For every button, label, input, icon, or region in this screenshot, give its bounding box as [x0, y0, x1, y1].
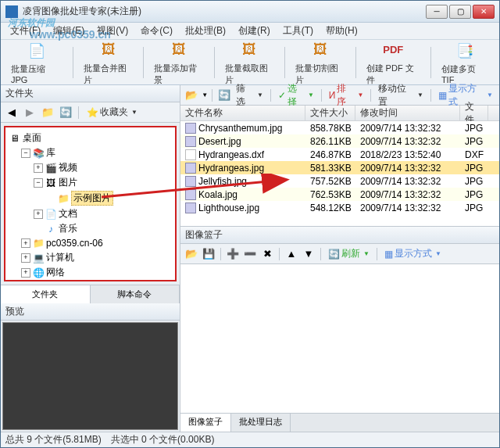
refresh-icon[interactable]: 🔄	[58, 105, 73, 120]
app-icon	[5, 5, 18, 18]
file-icon	[185, 123, 196, 134]
video-icon: 🎬	[45, 162, 57, 174]
back-icon[interactable]: ◀	[4, 105, 20, 120]
tab-folders[interactable]: 文件夹	[1, 285, 91, 303]
expand-icon[interactable]: +	[21, 268, 30, 278]
right-pane: 📂▼ 🔄 筛选▼ ✓选择▼ И排序▼ 移动位置▼ ▦显示方式▼ 文件名称 文件大…	[180, 85, 499, 432]
compress-icon: 📄	[26, 40, 48, 62]
bg-icon: 🖼	[168, 39, 190, 61]
table-row[interactable]: Hydrangeas.jpg581.33KB2009/7/14 13:32:32…	[180, 161, 499, 174]
tab-basket[interactable]: 图像篮子	[180, 414, 231, 432]
refresh-list-icon[interactable]: 🔄	[216, 88, 231, 103]
table-row[interactable]: Desert.jpg826.11KB2009/7/14 13:32:32JPG	[180, 134, 499, 148]
left-pane: 文件夹 ◀ ▶ 📁 🔄 ⭐收藏夹▼ 🖥桌面 −📚库 +🎬视频 −🖼图片	[1, 85, 180, 432]
table-row[interactable]: Hydrangeas.dxf246.87KB2018/2/23 13:52:40…	[180, 148, 499, 161]
minimize-button[interactable]: ─	[426, 5, 448, 19]
favorites-button[interactable]: ⭐收藏夹▼	[84, 106, 141, 119]
tree-pc0359[interactable]: pc0359.cn-06	[46, 238, 103, 249]
expand-icon[interactable]: +	[21, 253, 30, 263]
basket-display[interactable]: ▦显示方式▼	[381, 247, 445, 260]
sort-button[interactable]: И排序▼	[326, 82, 367, 109]
file-icon	[185, 136, 196, 147]
basket-refresh[interactable]: 🔄刷新▼	[325, 247, 373, 260]
status-selected: 共选中 0 个文件(0.00KB)	[111, 433, 215, 446]
tab-script[interactable]: 脚本命令	[91, 285, 180, 303]
titlebar[interactable]: 凌霄图像批处理专家(未注册) ─ ▢ ✕	[1, 1, 499, 23]
library-icon: 📚	[32, 147, 45, 159]
basket-down-icon[interactable]: ▼	[301, 246, 316, 262]
tool-background[interactable]: 🖼批量添加背景	[148, 36, 209, 89]
folder-icon: 📁	[32, 237, 45, 249]
file-list-header: 文件名称 文件大小 修改时间 文件	[180, 106, 499, 121]
tool-pdf[interactable]: PDF创建 PDF 文件	[361, 36, 426, 89]
music-icon: ♪	[45, 223, 57, 235]
left-tabs: 文件夹 脚本命令	[1, 285, 180, 303]
app-window: 凌霄图像批处理专家(未注册) ─ ▢ ✕ 文件(F) 编辑(E) 视图(V) 命…	[0, 0, 500, 448]
basket-toolbar: 📂 💾 ➕ ➖ ✖ ▲ ▼ 🔄刷新▼ ▦显示方式▼	[180, 244, 499, 264]
expand-icon[interactable]: −	[34, 178, 43, 188]
move-button[interactable]: 移动位置▼	[375, 82, 427, 109]
tree-sample-selected[interactable]: 示例图片	[71, 191, 113, 206]
col-name[interactable]: 文件名称	[180, 106, 305, 120]
expand-icon[interactable]: +	[34, 210, 43, 219]
basket-clear-icon[interactable]: ✖	[259, 246, 275, 262]
up-icon[interactable]: 📁	[40, 105, 55, 120]
preview-title: 预览	[1, 303, 180, 321]
basket-open-icon[interactable]: 📂	[184, 246, 199, 262]
tree-docs[interactable]: 文档	[59, 207, 77, 220]
split-icon: 🖼	[309, 39, 331, 61]
open-folder-icon[interactable]: 📂	[184, 88, 198, 103]
tree-cpanel[interactable]: 控制面板	[46, 281, 84, 281]
tool-tif[interactable]: 📑创建多页 TIF	[436, 37, 495, 88]
file-icon	[185, 176, 196, 187]
col-type[interactable]: 文件	[460, 106, 488, 120]
table-row[interactable]: Koala.jpg762.53KB2009/7/14 13:32:32JPG	[180, 188, 499, 201]
table-row[interactable]: Lighthouse.jpg548.12KB2009/7/14 13:32:32…	[180, 201, 499, 214]
expand-icon[interactable]: +	[21, 238, 30, 248]
expand-icon[interactable]: −	[21, 149, 30, 158]
tool-split[interactable]: 🖼批量切割图片	[290, 36, 350, 89]
tif-icon: 📑	[454, 40, 476, 62]
folder-toolbar: ◀ ▶ 📁 🔄 ⭐收藏夹▼	[1, 102, 180, 123]
statusbar: 总共 9 个文件(5.81MB) 共选中 0 个文件(0.00KB)	[1, 432, 499, 447]
tree-computer[interactable]: 计算机	[46, 251, 74, 264]
folder-icon: 📁	[57, 192, 70, 205]
tool-merge[interactable]: 🖼批量合并图片	[78, 36, 138, 89]
basket-up-icon[interactable]: ▲	[284, 246, 299, 262]
table-row[interactable]: Chrysanthemum.jpg858.78KB2009/7/14 13:32…	[180, 121, 499, 134]
tree-library[interactable]: 库	[46, 146, 55, 159]
tab-log[interactable]: 批处理日志	[231, 414, 291, 432]
tree-music[interactable]: 音乐	[59, 222, 77, 235]
tree-video[interactable]: 视频	[59, 161, 77, 174]
basket-remove-icon[interactable]: ➖	[242, 246, 258, 262]
forward-icon[interactable]: ▶	[22, 105, 38, 120]
folder-tree[interactable]: 🖥桌面 −📚库 +🎬视频 −🖼图片 📁示例图片 +📄文档 ♪音乐 +📁pc035…	[4, 126, 177, 281]
file-icon	[185, 202, 196, 213]
folder-pane-title: 文件夹	[1, 85, 180, 102]
basket-title: 图像篮子	[180, 227, 499, 244]
preview-area	[2, 322, 178, 430]
network-icon: 🌐	[32, 267, 45, 279]
maximize-button[interactable]: ▢	[449, 5, 471, 19]
tool-crop[interactable]: 🖼批量截取图片	[220, 36, 280, 89]
col-size[interactable]: 文件大小	[305, 106, 355, 120]
basket-save-icon[interactable]: 💾	[201, 246, 216, 262]
file-icon	[185, 149, 196, 160]
table-row[interactable]: Jellyfish.jpg757.52KB2009/7/14 13:32:32J…	[180, 174, 499, 188]
status-total: 总共 9 个文件(5.81MB)	[5, 433, 102, 446]
tree-network[interactable]: 网络	[46, 266, 65, 279]
desktop-icon: 🖥	[9, 132, 21, 145]
basket-area[interactable]	[180, 264, 499, 413]
close-button[interactable]: ✕	[473, 5, 495, 19]
window-title: 凌霄图像批处理专家(未注册)	[23, 5, 426, 18]
tree-pictures[interactable]: 图片	[59, 176, 77, 189]
bottom-tabs: 图像篮子 批处理日志	[180, 413, 499, 432]
basket-add-icon[interactable]: ➕	[225, 246, 241, 262]
tree-desktop[interactable]: 桌面	[23, 131, 41, 145]
col-date[interactable]: 修改时间	[355, 106, 460, 120]
tool-compress-jpg[interactable]: 📄批量压缩 JPG	[5, 37, 68, 88]
select-button[interactable]: ✓选择▼	[275, 82, 317, 109]
expand-icon[interactable]: +	[34, 163, 43, 173]
main-toolbar: 📄批量压缩 JPG 🖼批量合并图片 🖼批量添加背景 🖼批量截取图片 🖼批量切割图…	[1, 40, 499, 85]
filter-button[interactable]: 筛选▼	[233, 82, 266, 109]
